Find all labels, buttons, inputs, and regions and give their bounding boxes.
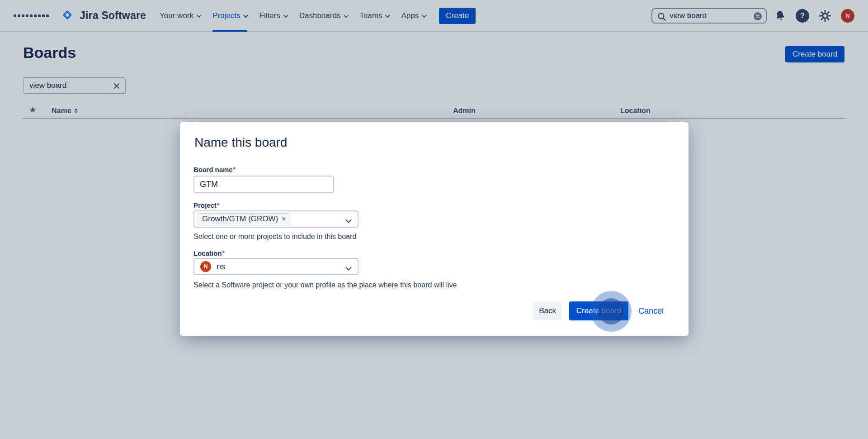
modal-title: Name this board <box>194 135 287 150</box>
modal-footer: Back Create board Cancel <box>533 301 664 320</box>
required-asterisk: * <box>217 201 219 209</box>
chevron-down-icon <box>345 265 352 273</box>
chevron-down-icon <box>345 217 352 225</box>
project-select[interactable]: Growth/GTM (GROW) × <box>193 210 359 228</box>
board-name-input[interactable] <box>193 176 334 193</box>
location-helper-text: Select a Software project or your own pr… <box>193 281 457 289</box>
modal-create-board-button[interactable]: Create board <box>569 301 628 320</box>
location-avatar: N <box>200 261 211 272</box>
location-value: ns <box>217 262 225 272</box>
location-select[interactable]: N ns <box>193 258 359 275</box>
back-button[interactable]: Back <box>533 302 562 320</box>
chip-remove-icon[interactable]: × <box>282 215 286 223</box>
location-label: Location* <box>193 249 225 257</box>
project-helper-text: Select one or more projects to include i… <box>193 233 356 241</box>
jira-boards-page: Jira Software Your work Projects Filters… <box>0 0 868 439</box>
project-chip: Growth/GTM (GROW) × <box>198 213 290 225</box>
required-asterisk: * <box>222 249 225 257</box>
required-asterisk: * <box>233 166 236 173</box>
board-name-label: Board name* <box>193 166 236 173</box>
project-label: Project* <box>193 201 219 209</box>
cancel-link[interactable]: Cancel <box>638 306 664 316</box>
name-board-modal: Name this board Board name* Project* Gro… <box>180 122 689 336</box>
